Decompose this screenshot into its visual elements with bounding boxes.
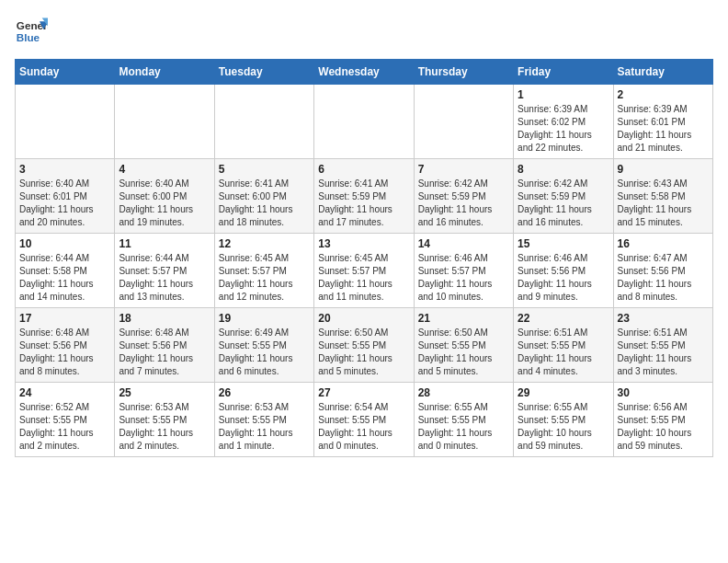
week-row-3: 17Sunrise: 6:48 AM Sunset: 5:56 PM Dayli… <box>16 308 713 383</box>
day-number: 29 <box>518 386 609 399</box>
day-info: Sunrise: 6:44 AM Sunset: 5:57 PM Dayligh… <box>119 252 210 304</box>
day-cell: 27Sunrise: 6:54 AM Sunset: 5:55 PM Dayli… <box>314 383 414 457</box>
day-cell: 6Sunrise: 6:41 AM Sunset: 5:59 PM Daylig… <box>314 159 414 234</box>
day-number: 20 <box>318 312 409 325</box>
day-cell <box>115 85 214 159</box>
week-row-0: 1Sunrise: 6:39 AM Sunset: 6:02 PM Daylig… <box>16 85 713 159</box>
day-cell: 22Sunrise: 6:51 AM Sunset: 5:55 PM Dayli… <box>514 308 613 383</box>
day-number: 21 <box>418 312 509 325</box>
day-info: Sunrise: 6:47 AM Sunset: 5:56 PM Dayligh… <box>618 252 709 304</box>
calendar-table: SundayMondayTuesdayWednesdayThursdayFrid… <box>15 59 713 457</box>
day-info: Sunrise: 6:50 AM Sunset: 5:55 PM Dayligh… <box>418 327 509 378</box>
day-number: 30 <box>618 386 709 399</box>
day-cell: 18Sunrise: 6:48 AM Sunset: 5:56 PM Dayli… <box>115 308 214 383</box>
svg-text:Blue: Blue <box>17 31 40 43</box>
day-info: Sunrise: 6:45 AM Sunset: 5:57 PM Dayligh… <box>318 252 409 304</box>
day-info: Sunrise: 6:51 AM Sunset: 5:55 PM Dayligh… <box>618 327 709 378</box>
day-cell: 8Sunrise: 6:42 AM Sunset: 5:59 PM Daylig… <box>514 159 613 234</box>
header-day-sunday: Sunday <box>16 60 115 85</box>
day-cell: 20Sunrise: 6:50 AM Sunset: 5:55 PM Dayli… <box>314 308 414 383</box>
day-cell: 17Sunrise: 6:48 AM Sunset: 5:56 PM Dayli… <box>16 308 115 383</box>
day-cell: 25Sunrise: 6:53 AM Sunset: 5:55 PM Dayli… <box>115 383 214 457</box>
day-number: 19 <box>219 312 310 325</box>
day-cell: 12Sunrise: 6:45 AM Sunset: 5:57 PM Dayli… <box>214 234 313 308</box>
day-info: Sunrise: 6:42 AM Sunset: 5:59 PM Dayligh… <box>418 178 509 229</box>
header-row: SundayMondayTuesdayWednesdayThursdayFrid… <box>16 60 713 85</box>
day-info: Sunrise: 6:41 AM Sunset: 6:00 PM Dayligh… <box>219 178 310 229</box>
day-cell <box>214 85 313 159</box>
day-cell: 5Sunrise: 6:41 AM Sunset: 6:00 PM Daylig… <box>214 159 313 234</box>
day-number: 26 <box>219 386 310 399</box>
day-number: 25 <box>119 386 210 399</box>
day-info: Sunrise: 6:54 AM Sunset: 5:55 PM Dayligh… <box>318 401 409 453</box>
day-info: Sunrise: 6:56 AM Sunset: 5:55 PM Dayligh… <box>618 401 709 453</box>
day-cell: 3Sunrise: 6:40 AM Sunset: 6:01 PM Daylig… <box>16 159 115 234</box>
day-info: Sunrise: 6:48 AM Sunset: 5:56 PM Dayligh… <box>19 327 110 378</box>
day-info: Sunrise: 6:45 AM Sunset: 5:57 PM Dayligh… <box>219 252 310 304</box>
day-cell: 24Sunrise: 6:52 AM Sunset: 5:55 PM Dayli… <box>16 383 115 457</box>
day-info: Sunrise: 6:46 AM Sunset: 5:56 PM Dayligh… <box>518 252 609 304</box>
day-number: 5 <box>219 163 310 176</box>
day-cell: 30Sunrise: 6:56 AM Sunset: 5:55 PM Dayli… <box>613 383 712 457</box>
day-cell: 9Sunrise: 6:43 AM Sunset: 5:58 PM Daylig… <box>613 159 712 234</box>
page-header: General Blue <box>15 15 713 48</box>
day-cell: 21Sunrise: 6:50 AM Sunset: 5:55 PM Dayli… <box>414 308 513 383</box>
day-info: Sunrise: 6:53 AM Sunset: 5:55 PM Dayligh… <box>219 401 310 453</box>
day-number: 11 <box>119 237 210 250</box>
day-number: 13 <box>318 237 409 250</box>
day-info: Sunrise: 6:55 AM Sunset: 5:55 PM Dayligh… <box>518 401 609 453</box>
day-number: 27 <box>318 386 409 399</box>
day-number: 7 <box>418 163 509 176</box>
calendar-body: 1Sunrise: 6:39 AM Sunset: 6:02 PM Daylig… <box>16 85 713 457</box>
day-number: 24 <box>19 386 110 399</box>
day-info: Sunrise: 6:41 AM Sunset: 5:59 PM Dayligh… <box>318 178 409 229</box>
day-info: Sunrise: 6:40 AM Sunset: 6:01 PM Dayligh… <box>19 178 110 229</box>
logo: General Blue <box>15 15 48 48</box>
day-cell: 29Sunrise: 6:55 AM Sunset: 5:55 PM Dayli… <box>514 383 613 457</box>
day-cell: 16Sunrise: 6:47 AM Sunset: 5:56 PM Dayli… <box>613 234 712 308</box>
day-cell: 2Sunrise: 6:39 AM Sunset: 6:01 PM Daylig… <box>613 85 712 159</box>
day-number: 10 <box>19 237 110 250</box>
day-info: Sunrise: 6:50 AM Sunset: 5:55 PM Dayligh… <box>318 327 409 378</box>
day-cell: 10Sunrise: 6:44 AM Sunset: 5:58 PM Dayli… <box>16 234 115 308</box>
day-number: 4 <box>119 163 210 176</box>
day-cell: 11Sunrise: 6:44 AM Sunset: 5:57 PM Dayli… <box>115 234 214 308</box>
day-info: Sunrise: 6:42 AM Sunset: 5:59 PM Dayligh… <box>518 178 609 229</box>
day-cell <box>314 85 414 159</box>
day-info: Sunrise: 6:55 AM Sunset: 5:55 PM Dayligh… <box>418 401 509 453</box>
day-number: 23 <box>618 312 709 325</box>
day-cell <box>414 85 513 159</box>
day-cell: 19Sunrise: 6:49 AM Sunset: 5:55 PM Dayli… <box>214 308 313 383</box>
day-number: 1 <box>518 88 609 101</box>
day-number: 9 <box>618 163 709 176</box>
week-row-1: 3Sunrise: 6:40 AM Sunset: 6:01 PM Daylig… <box>16 159 713 234</box>
day-number: 16 <box>618 237 709 250</box>
week-row-2: 10Sunrise: 6:44 AM Sunset: 5:58 PM Dayli… <box>16 234 713 308</box>
calendar-header: SundayMondayTuesdayWednesdayThursdayFrid… <box>16 60 713 85</box>
day-info: Sunrise: 6:40 AM Sunset: 6:00 PM Dayligh… <box>119 178 210 229</box>
day-number: 22 <box>518 312 609 325</box>
day-cell: 4Sunrise: 6:40 AM Sunset: 6:00 PM Daylig… <box>115 159 214 234</box>
day-number: 2 <box>618 88 709 101</box>
day-number: 6 <box>318 163 409 176</box>
day-cell: 14Sunrise: 6:46 AM Sunset: 5:57 PM Dayli… <box>414 234 513 308</box>
day-info: Sunrise: 6:53 AM Sunset: 5:55 PM Dayligh… <box>119 401 210 453</box>
day-info: Sunrise: 6:44 AM Sunset: 5:58 PM Dayligh… <box>19 252 110 304</box>
day-info: Sunrise: 6:39 AM Sunset: 6:01 PM Dayligh… <box>618 103 709 155</box>
day-number: 18 <box>119 312 210 325</box>
header-day-tuesday: Tuesday <box>214 60 313 85</box>
day-cell: 1Sunrise: 6:39 AM Sunset: 6:02 PM Daylig… <box>514 85 613 159</box>
day-cell <box>16 85 115 159</box>
day-cell: 23Sunrise: 6:51 AM Sunset: 5:55 PM Dayli… <box>613 308 712 383</box>
day-number: 14 <box>418 237 509 250</box>
header-day-wednesday: Wednesday <box>314 60 414 85</box>
day-info: Sunrise: 6:39 AM Sunset: 6:02 PM Dayligh… <box>518 103 609 155</box>
day-cell: 28Sunrise: 6:55 AM Sunset: 5:55 PM Dayli… <box>414 383 513 457</box>
day-number: 12 <box>219 237 310 250</box>
day-info: Sunrise: 6:51 AM Sunset: 5:55 PM Dayligh… <box>518 327 609 378</box>
day-number: 8 <box>518 163 609 176</box>
day-number: 15 <box>518 237 609 250</box>
day-info: Sunrise: 6:43 AM Sunset: 5:58 PM Dayligh… <box>618 178 709 229</box>
header-day-thursday: Thursday <box>414 60 513 85</box>
logo-icon: General Blue <box>15 15 48 48</box>
